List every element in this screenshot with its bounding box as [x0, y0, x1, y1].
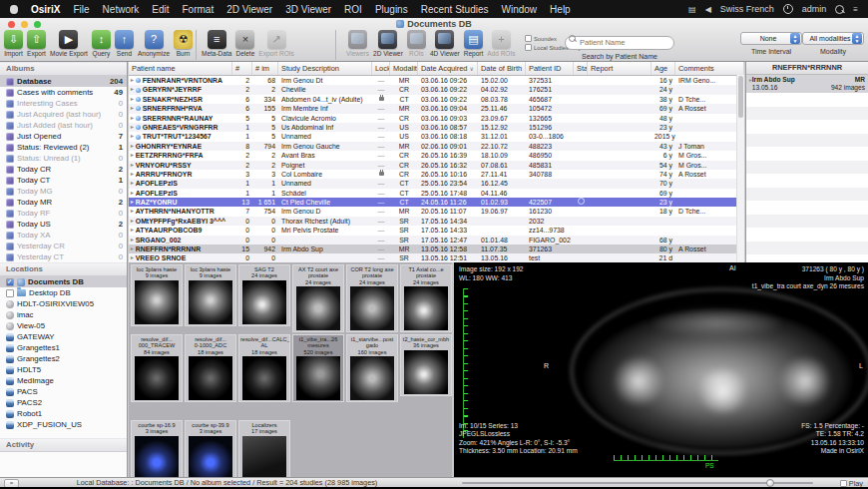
burn-button[interactable]: ☢Burn [172, 30, 195, 57]
series-thumbnail[interactable]: t1_vibe_tra...26mesures520 images [292, 334, 344, 402]
location-item-imac[interactable]: imac [0, 309, 127, 320]
location-item-desktop-db[interactable]: Desktop DB [0, 287, 127, 298]
series-thumbnail[interactable]: resolve_dif...0-1000_ADC18 images [185, 334, 236, 402]
2d-viewer-button[interactable]: 2D Viewer [371, 30, 405, 57]
location-item-pacs2[interactable]: PACS2 [0, 397, 127, 408]
disclosure-triangle-icon[interactable]: ▸ [131, 132, 134, 141]
time-interval-popup[interactable]: None ▲▼ [740, 32, 802, 45]
menu-item-network[interactable]: Network [103, 4, 140, 15]
sidebar-item-just-acquired-last-hour-[interactable]: Just Acquired (last hour)0 [0, 109, 127, 120]
table-row[interactable]: ▸ARRRU*FRNOYR33Col LombaireCR26.05.16 10… [129, 170, 744, 179]
disclosure-triangle-icon[interactable]: ▸ [131, 226, 134, 235]
menu-item-3d-viewer[interactable]: 3D Viewer [285, 4, 331, 15]
menu-item-help[interactable]: Help [550, 4, 571, 15]
series-thumbnail[interactable]: courbe sp-16.93 images [131, 420, 183, 477]
column-header-report[interactable]: Report [588, 62, 651, 75]
sidebar-item-status-reviewed-2-[interactable]: Status: Reviewed (2)1 [0, 142, 127, 153]
table-row[interactable]: ▸GNREAES*VRNGRFRR15Us Abdominal Inf—US03… [129, 123, 744, 132]
table-row[interactable]: ▸EETZRFRRNG*FRFA22Avant Bras—CR26.05.16 … [129, 151, 744, 160]
column-header-date-acquired[interactable]: Date Acquired∨ [418, 62, 478, 75]
table-row[interactable]: ▸AFOFLEPzIS11Schädel—CT25.05.16 17:4804.… [129, 189, 744, 198]
disclosure-triangle-icon[interactable]: ▸ [131, 123, 134, 132]
disclosure-triangle-icon[interactable]: ▸ [131, 104, 134, 113]
menu-item-file[interactable]: File [73, 4, 89, 15]
menu-item-2d-viewer[interactable]: 2D Viewer [226, 4, 272, 15]
display-icon[interactable]: ▤ [688, 5, 696, 14]
sidebar-item-today-mr[interactable]: Today MR2 [0, 197, 127, 208]
disclosure-triangle-icon[interactable]: ▸ [131, 76, 134, 85]
disclosure-triangle-icon[interactable]: ▸ [131, 85, 134, 94]
table-row[interactable]: ▸RAZ*YONRU131 651Ct Pied Cheville—CT24.0… [129, 198, 744, 207]
location-item-documents-db[interactable]: Documents DB [0, 276, 127, 287]
disclosure-triangle-icon[interactable]: ▸ [131, 198, 134, 207]
location-item-gateway[interactable]: GATEWAY [0, 331, 127, 342]
query-button[interactable]: ↕Query [90, 30, 113, 57]
sidebar-item-interesting-cases[interactable]: Interesting Cases0 [0, 98, 127, 109]
location-checkbox[interactable] [6, 289, 14, 297]
table-row[interactable]: ▸ATYAAURPOBCOB900Mri Pelvis Prostate—SR1… [129, 226, 744, 235]
column-header-study-description[interactable]: Study Description [278, 62, 372, 75]
sidebar-item-database[interactable]: Database204 [0, 76, 127, 87]
spotlight-icon[interactable] [835, 5, 844, 14]
sidebar-item-yesterday-ct[interactable]: Yesterday CT0 [0, 251, 127, 262]
apple-menu-icon[interactable] [10, 5, 18, 14]
table-row[interactable]: ▸VREEO SRNOE00—SR13.05.16 12:5113.05.16t… [129, 253, 744, 262]
report-button[interactable]: ▤Report [462, 30, 486, 57]
location-item-grangettes2[interactable]: Grangettes2 [0, 353, 127, 364]
delete-button[interactable]: ×Delete [233, 30, 256, 57]
column-header-modality[interactable]: Modality [390, 62, 418, 75]
table-row[interactable]: ▸FENNRANR*VRNTONRA268Irm Genou Dt—MR03.0… [129, 76, 744, 85]
column-header-patient-name[interactable]: Patient name [129, 62, 232, 75]
table-row[interactable]: ▸AYTHRRN*NHANYOTTR7754Irm Genou D—MR20.0… [129, 207, 744, 216]
table-row[interactable]: ▸SRGANO_00200—SR17.05.16 12:4701.01.48FI… [129, 236, 744, 244]
series-thumbnail[interactable]: loc 3plans haste9 images [131, 264, 183, 326]
location-item-hdlt-osirixview05[interactable]: HDLT-OSIRIXVIEW05 [0, 298, 127, 309]
meta-data-button[interactable]: ≡Meta-Data [200, 30, 233, 57]
sidebar-item-just-added-last-hour-[interactable]: Just Added (last hour)0 [0, 120, 127, 131]
table-row[interactable]: ▸GERYRN*JEYRRF22Cheville—CR03.06.16 09:2… [129, 85, 744, 94]
column-header-date-of-birth[interactable]: Date of Birth [478, 62, 526, 75]
series-thumbnail[interactable]: loc 3plans haste9 images [185, 264, 236, 326]
play-checkbox[interactable] [840, 480, 847, 487]
disclosure-triangle-icon[interactable]: ▸ [131, 179, 134, 188]
location-item-hdlt5[interactable]: HDLT5 [0, 364, 127, 375]
series-thumbnail[interactable]: SAG T224 images [238, 264, 290, 326]
menu-item-osirix[interactable]: OsiriX [31, 4, 60, 15]
column-header-lock[interactable]: Lock [372, 62, 390, 75]
location-item-robot1[interactable]: Robot1 [0, 408, 127, 419]
table-row[interactable]: ▸SRERRNNR*RAUNAY55Clavicule Acromio—CR03… [129, 114, 744, 123]
series-thumbnail[interactable]: resolve_dif...CALC_BVAL18 images [238, 334, 290, 402]
sidebar-item-today-rf[interactable]: Today RF0 [0, 208, 127, 219]
menu-item-plugins[interactable]: Plugins [375, 4, 408, 15]
disclosure-triangle-icon[interactable]: ▸ [131, 253, 134, 262]
column-header-comments[interactable]: Comments [675, 62, 744, 75]
series-thumbnail[interactable]: t1_starvibe...post gado160 images [346, 334, 398, 402]
disclosure-triangle-icon[interactable]: ▸ [131, 207, 134, 216]
sidebar-item-today-cr[interactable]: Today CR2 [0, 164, 127, 175]
disclosure-triangle-icon[interactable]: ▸ [131, 95, 134, 104]
location-item-xdp-fusion-us[interactable]: XDP_FUSION_US [0, 419, 127, 430]
column-header-sta[interactable]: Sta [574, 62, 588, 75]
modality-popup[interactable]: All modalities ▲▼ [802, 32, 864, 45]
table-scrollbar[interactable] [736, 75, 744, 262]
disclosure-triangle-icon[interactable]: ▸ [131, 170, 134, 179]
image-viewer[interactable]: PS AI R L Image size: 192 x 192WL: 180 W… [454, 262, 868, 477]
location-item-medimage[interactable]: MedImage [0, 375, 127, 386]
anonymize-button[interactable]: ?Anonymize [136, 30, 172, 57]
sidebar-item-today-mg[interactable]: Today MG0 [0, 186, 127, 197]
column-header-patient-id[interactable]: Patient ID [526, 62, 574, 75]
sidebar-item-today-us[interactable]: Today US2 [0, 219, 127, 230]
menu-item-roi[interactable]: ROI [344, 4, 362, 15]
series-thumbnail[interactable]: t2_haste_cor_mbh36 images [400, 334, 452, 396]
sidebar-item-today-xa[interactable]: Today XA0 [0, 230, 127, 241]
movie-export-button[interactable]: ▶Movie Export [48, 30, 90, 57]
table-row[interactable]: ▸RNEFFRN*RRRNNR15942Irm Abdo Sup—MR13.05… [129, 244, 744, 253]
patient-search-input[interactable] [565, 36, 674, 50]
table-row[interactable]: ▸VRNYORU*RSSY22Poignet—CR26.05.16 16:320… [129, 161, 744, 170]
4d-viewer-button[interactable]: 4D Viewer [428, 30, 462, 57]
disclosure-triangle-icon[interactable]: ▸ [131, 244, 134, 253]
keyboard-layout-menu[interactable]: Swiss French [720, 4, 774, 14]
local-studies-checkbox[interactable] [525, 44, 532, 51]
series-thumbnail[interactable]: Localizers17 images [238, 420, 290, 477]
series-thumbnail[interactable]: AX T2 court axeprostate24 images [292, 264, 344, 332]
